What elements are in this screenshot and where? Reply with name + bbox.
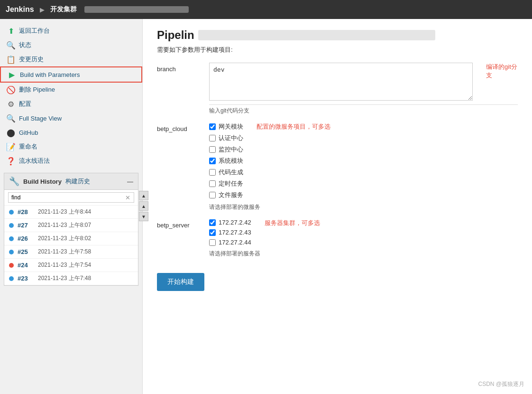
title-blur <box>198 30 435 40</box>
build-row: #23 2021-11-23 上午7:48 <box>4 272 138 285</box>
build-search-container: ✕ ▲ ▲ ▼ <box>4 190 138 206</box>
sidebar-label-build-params: Build with Parameters <box>20 71 80 78</box>
build-row: #27 2021-11-23 上午8:07 <box>4 219 138 232</box>
sidebar-item-pipeline-syntax[interactable]: ❓ 流水线语法 <box>0 154 142 168</box>
branch-annotation: 编译的git分支 <box>486 63 518 80</box>
watermark: CSDN @孤狼逐月 <box>478 380 524 388</box>
betp-cloud-label: betp_cloud <box>157 122 209 132</box>
sidebar: ⬆ 返回工作台🔍 状态📋 变更历史▶ Build with Parameters… <box>0 19 142 394</box>
sidebar-icon-delete: 🚫 <box>7 85 15 94</box>
betp-server-param-row: betp_server 172.27.2.42172.27.2.43172.27… <box>157 219 518 258</box>
build-search-clear[interactable]: ✕ <box>125 194 130 201</box>
branch-param-row: branch dev 编译的git分支 输入git代码分支 <box>157 63 518 115</box>
branch-label: branch <box>157 63 209 73</box>
checkbox-文件服务[interactable] <box>209 192 216 198</box>
sidebar-icon-build-params: ▶ <box>8 70 16 79</box>
build-status-dot <box>9 250 14 254</box>
build-history-panel: 🔧 Build History 构建历史 — ✕ ▲ ▲ ▼ #28 2021-… <box>4 173 138 286</box>
sidebar-label-delete: 删除 Pipeline <box>19 85 55 94</box>
subtitle: 需要如下参数用于构建项目: <box>157 46 518 54</box>
build-history-header: 🔧 Build History 构建历史 — <box>4 173 138 190</box>
header-arrow: ▶ <box>40 6 45 13</box>
checkbox-代码生成[interactable] <box>209 169 216 176</box>
jenkins-logo[interactable]: Jenkins <box>6 5 34 14</box>
build-timestamp: 2021-11-23 上午7:58 <box>38 248 91 256</box>
build-button[interactable]: 开始构建 <box>157 273 204 291</box>
checkbox-172.27.2.44[interactable] <box>209 239 216 246</box>
betp-server-annotation: 服务器集群，可多选 <box>265 219 320 227</box>
betp-server-control: 172.27.2.42172.27.2.43172.27.2.44 服务器集群，… <box>209 219 518 258</box>
sidebar-item-changes[interactable]: 📋 变更历史 <box>0 52 142 66</box>
sidebar-item-config[interactable]: ⚙ 配置 <box>0 97 142 111</box>
branch-input[interactable]: dev <box>209 63 473 101</box>
sidebar-icon-changes: 📋 <box>7 55 15 64</box>
scroll-down-btn[interactable]: ▼ <box>139 212 148 221</box>
sidebar-item-fullstage[interactable]: 🔍 Full Stage View <box>0 111 142 125</box>
build-timestamp: 2021-11-23 上午7:48 <box>38 274 91 282</box>
sidebar-icon-back: ⬆ <box>7 27 15 35</box>
build-link[interactable]: #23 <box>18 275 34 282</box>
checkbox-item[interactable]: 系统模块 <box>209 157 243 165</box>
checkbox-172.27.2.42[interactable] <box>209 219 216 226</box>
checkbox-系统模块[interactable] <box>209 158 216 164</box>
build-row: #28 2021-11-23 上午8:44 <box>4 206 138 219</box>
sidebar-icon-config: ⚙ <box>7 100 15 108</box>
header: Jenkins ▶ 开发集群 <box>0 0 532 19</box>
build-timestamp: 2021-11-23 上午7:54 <box>38 261 91 269</box>
build-rows: #28 2021-11-23 上午8:44 #27 2021-11-23 上午8… <box>4 206 138 285</box>
sidebar-item-rename[interactable]: 📝 重命名 <box>0 140 142 154</box>
scroll-mid-btn[interactable]: ▲ <box>139 201 148 211</box>
sidebar-label-rename: 重命名 <box>19 142 37 151</box>
branch-hint: 输入git代码分支 <box>209 107 518 115</box>
sidebar-item-status[interactable]: 🔍 状态 <box>0 38 142 52</box>
checkbox-item[interactable]: 172.27.2.44 <box>209 239 251 246</box>
sidebar-icon-github: ⬤ <box>7 128 15 137</box>
sidebar-label-config: 配置 <box>19 100 31 108</box>
build-search-input[interactable] <box>8 192 134 203</box>
sidebar-item-back[interactable]: ⬆ 返回工作台 <box>0 24 142 38</box>
checkbox-label: 定时任务 <box>219 179 243 188</box>
checkbox-172.27.2.43[interactable] <box>209 229 216 236</box>
build-row: #24 2021-11-23 上午7:54 <box>4 259 138 272</box>
checkbox-item[interactable]: 代码生成 <box>209 168 243 177</box>
build-history-title: Build History <box>23 178 62 185</box>
build-status-dot <box>9 223 14 228</box>
checkbox-item[interactable]: 文件服务 <box>209 191 243 199</box>
checkbox-label: 172.27.2.44 <box>219 239 251 246</box>
sidebar-item-build-params[interactable]: ▶ Build with Parameters <box>0 66 142 83</box>
build-link[interactable]: #27 <box>18 222 34 229</box>
checkbox-定时任务[interactable] <box>209 180 216 187</box>
branch-control: dev 编译的git分支 输入git代码分支 <box>209 63 518 115</box>
betp-server-hint: 请选择部署的服务器 <box>209 250 518 258</box>
checkbox-网关模块[interactable] <box>209 123 216 130</box>
sidebar-label-changes: 变更历史 <box>19 55 44 64</box>
build-row: #26 2021-11-23 上午8:02 <box>4 232 138 245</box>
checkbox-label: 系统模块 <box>219 157 243 165</box>
scroll-up-btn[interactable]: ▲ <box>139 191 148 200</box>
build-status-dot <box>9 210 14 215</box>
checkbox-item[interactable]: 网关模块 <box>209 122 243 131</box>
build-link[interactable]: #28 <box>18 208 34 216</box>
checkbox-监控中心[interactable] <box>209 146 216 153</box>
sidebar-item-github[interactable]: ⬤ GitHub <box>0 125 142 140</box>
build-status-dot <box>9 263 14 268</box>
build-link[interactable]: #25 <box>18 248 34 255</box>
build-link[interactable]: #24 <box>18 262 34 269</box>
build-link[interactable]: #26 <box>18 235 34 242</box>
betp-server-checkboxes: 172.27.2.42172.27.2.43172.27.2.44 <box>209 219 251 246</box>
checkbox-item[interactable]: 172.27.2.42 <box>209 219 251 226</box>
build-timestamp: 2021-11-23 上午8:02 <box>38 235 91 243</box>
scroll-controls: ▲ ▲ ▼ <box>139 191 148 221</box>
sidebar-label-pipeline-syntax: 流水线语法 <box>19 157 50 165</box>
checkbox-item[interactable]: 认证中心 <box>209 134 243 142</box>
betp-server-label: betp_server <box>157 219 209 229</box>
checkbox-item[interactable]: 172.27.2.43 <box>209 229 251 236</box>
sidebar-label-github: GitHub <box>19 129 38 136</box>
checkbox-认证中心[interactable] <box>209 135 216 141</box>
sidebar-item-delete[interactable]: 🚫 删除 Pipeline <box>0 83 142 97</box>
checkbox-item[interactable]: 监控中心 <box>209 145 243 154</box>
build-status-dot <box>9 276 14 281</box>
sidebar-label-fullstage: Full Stage View <box>19 115 62 122</box>
build-status-dot <box>9 236 14 241</box>
checkbox-item[interactable]: 定时任务 <box>209 179 243 188</box>
